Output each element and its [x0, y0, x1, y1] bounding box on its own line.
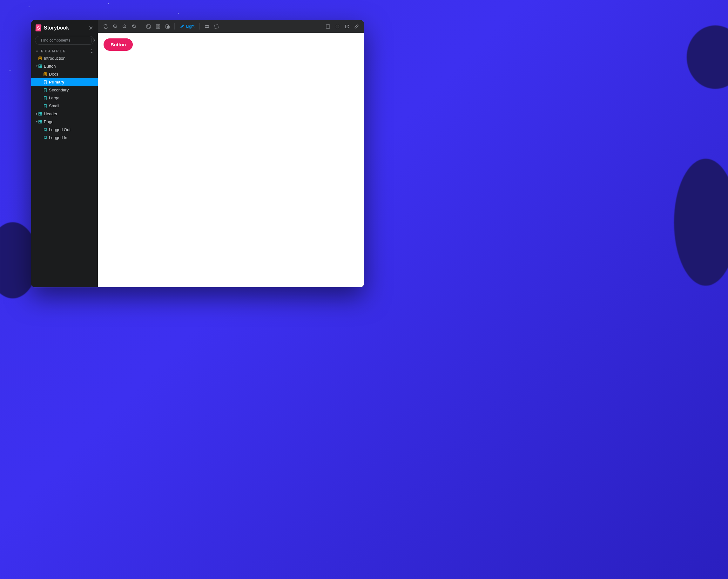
remount-button[interactable] — [101, 22, 110, 31]
search-field[interactable] — [41, 38, 88, 43]
caret-right-icon: ▶ — [35, 112, 38, 115]
zoom-in-button[interactable] — [110, 22, 120, 31]
toolbar-separator — [200, 23, 200, 29]
svg-rect-3 — [39, 65, 40, 66]
brand-logo[interactable]: S Storybook — [35, 24, 69, 31]
nav-label: Secondary — [49, 88, 69, 92]
demo-primary-button[interactable]: Button — [104, 38, 133, 51]
nav-label: Logged Out — [49, 127, 71, 132]
svg-rect-8 — [39, 112, 40, 114]
svg-point-20 — [147, 25, 148, 26]
measure-button[interactable] — [202, 22, 211, 31]
svg-rect-10 — [39, 114, 40, 115]
document-icon — [43, 72, 47, 76]
nav-label: Large — [49, 95, 59, 100]
sidebar-header: S Storybook — [31, 20, 98, 34]
section-label: EXAMPLE — [41, 49, 67, 53]
svg-rect-23 — [156, 27, 158, 28]
story-icon — [43, 136, 47, 140]
addons-toggle-button[interactable] — [323, 22, 332, 31]
nav-item-button-small[interactable]: Small — [31, 102, 98, 110]
nav-item-button-secondary[interactable]: Secondary — [31, 86, 98, 94]
toolbar-group-zoom — [101, 22, 138, 31]
nav-label: Page — [44, 119, 53, 124]
svg-rect-9 — [40, 112, 42, 114]
fullscreen-icon — [335, 24, 340, 29]
document-icon — [38, 56, 42, 60]
search-input[interactable]: / — [35, 36, 94, 45]
storybook-logo-icon: S — [35, 24, 42, 31]
sync-icon — [103, 24, 108, 29]
toolbar-group-measure — [202, 22, 221, 31]
main-panel: Light — [98, 20, 364, 287]
outline-icon — [214, 24, 219, 29]
viewport-icon — [165, 24, 170, 29]
nav-label: Small — [49, 104, 59, 108]
grid-icon — [156, 24, 160, 29]
grid-button[interactable] — [153, 22, 162, 31]
story-icon — [43, 128, 47, 132]
svg-rect-22 — [158, 24, 160, 26]
zoom-reset-button[interactable] — [130, 22, 138, 31]
nav-label: Header — [44, 111, 57, 116]
svg-rect-5 — [39, 66, 40, 67]
search-shortcut: / — [91, 38, 95, 43]
component-icon — [38, 120, 42, 124]
panel-bottom-icon — [326, 24, 330, 29]
nav-item-page-logged-out[interactable]: Logged Out — [31, 126, 98, 134]
nav-item-button-large[interactable]: Large — [31, 94, 98, 102]
caret-down-icon: ▼ — [35, 120, 38, 123]
nav-label: Logged In — [49, 135, 67, 140]
nav-label: Introduction — [44, 56, 66, 61]
caret-down-icon: ▼ — [35, 65, 38, 67]
svg-point-0 — [90, 27, 92, 29]
svg-rect-29 — [326, 24, 329, 28]
toolbar-separator — [141, 23, 141, 29]
svg-rect-13 — [40, 120, 42, 121]
nav-label: Primary — [49, 80, 64, 84]
background-button[interactable] — [144, 22, 153, 31]
sidebar: S Storybook / ▼EXAMPLE — [31, 20, 98, 287]
theme-toggle[interactable]: Light — [177, 22, 197, 31]
svg-rect-11 — [40, 114, 42, 115]
storybook-window: S Storybook / ▼EXAMPLE — [31, 20, 364, 287]
paintbrush-icon — [180, 24, 184, 29]
section-sort-button[interactable] — [90, 49, 94, 53]
zoom-out-icon — [122, 24, 127, 29]
brand-name: Storybook — [44, 25, 69, 31]
nav-item-introduction[interactable]: Introduction — [31, 54, 98, 62]
nav-tree: Introduction ▼ Button Docs — [31, 54, 98, 142]
settings-button[interactable] — [88, 25, 94, 30]
open-new-tab-button[interactable] — [342, 22, 351, 31]
story-icon — [43, 80, 47, 84]
svg-rect-28 — [214, 24, 218, 28]
svg-rect-25 — [165, 24, 168, 28]
external-link-icon — [345, 24, 349, 29]
preview-canvas: Button — [98, 33, 364, 287]
nav-item-page[interactable]: ▼ Page — [31, 118, 98, 126]
toolbar-group-right — [323, 22, 361, 31]
story-icon — [43, 96, 47, 100]
copy-link-button[interactable] — [352, 22, 361, 31]
section-header-example[interactable]: ▼EXAMPLE — [31, 48, 98, 54]
svg-rect-24 — [158, 27, 160, 28]
nav-item-button-primary[interactable]: Primary — [31, 78, 98, 86]
zoom-out-button[interactable] — [120, 22, 129, 31]
svg-rect-4 — [40, 65, 42, 66]
toolbar-separator — [174, 23, 175, 29]
sort-icon — [90, 49, 94, 53]
svg-rect-15 — [40, 122, 42, 123]
caret-down-icon: ▼ — [35, 50, 40, 53]
story-icon — [43, 88, 47, 92]
viewport-button[interactable] — [163, 22, 172, 31]
nav-item-header[interactable]: ▶ Header — [31, 110, 98, 118]
nav-item-page-logged-in[interactable]: Logged In — [31, 134, 98, 142]
ruler-icon — [205, 24, 209, 29]
zoom-in-icon — [113, 24, 118, 29]
nav-item-button[interactable]: ▼ Button — [31, 62, 98, 70]
image-icon — [146, 24, 151, 29]
nav-item-button-docs[interactable]: Docs — [31, 70, 98, 78]
outline-button[interactable] — [212, 22, 221, 31]
toolbar-group-background — [144, 22, 172, 31]
fullscreen-button[interactable] — [333, 22, 342, 31]
